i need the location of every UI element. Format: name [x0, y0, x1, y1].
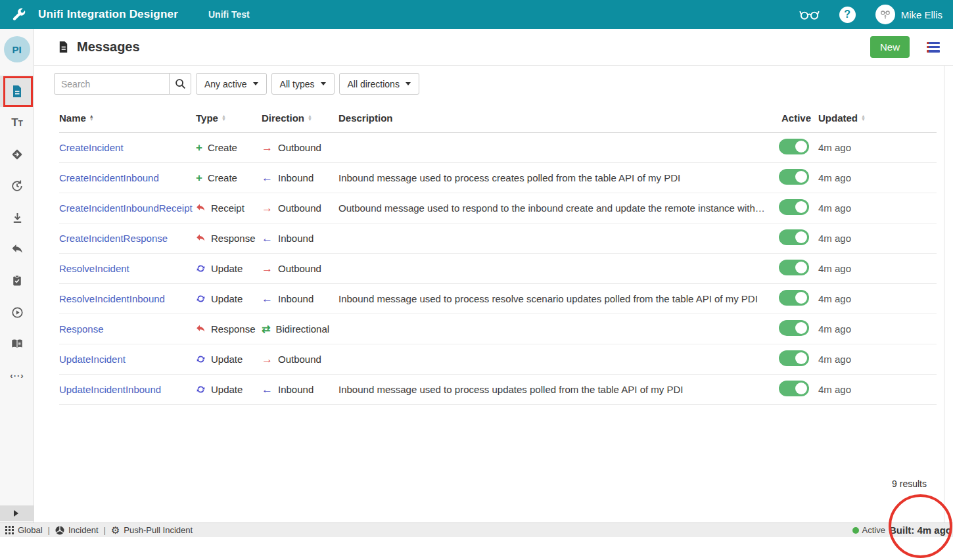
sidebar-item-download[interactable]	[0, 202, 34, 233]
table-row: UpdateIncident Update →Outbound 4m ago	[59, 344, 937, 375]
search-icon	[175, 78, 186, 89]
message-name-link[interactable]: UpdateIncidentInbound	[59, 384, 161, 395]
sidebar-item-messages[interactable]	[0, 76, 34, 107]
active-toggle[interactable]	[779, 260, 809, 275]
column-header-updated[interactable]: Updated ▲▼	[815, 112, 937, 124]
table-header-row: Name ▲▼ Type ▲▼ Direction ▲▼ Description…	[59, 103, 937, 133]
message-name-link[interactable]: CreateIncidentInboundReceipt	[59, 202, 193, 214]
environment-label[interactable]: Unifi Test	[208, 9, 250, 20]
document-icon	[57, 41, 70, 53]
arrows-bidirectional-icon: ⇄	[262, 324, 270, 335]
arrow-left-icon: ←	[262, 233, 273, 244]
direction-label: Bidirectional	[275, 323, 329, 335]
type-filter-dropdown[interactable]: All types	[271, 73, 335, 95]
help-icon[interactable]: ?	[839, 7, 856, 23]
sidebar-expand-button[interactable]	[0, 505, 34, 521]
status-bar: Global|Incident|⚙Push-Pull Incident Acti…	[0, 523, 953, 537]
direction-label: Inbound	[278, 293, 314, 304]
grid-icon	[5, 526, 14, 534]
breadcrumb-global[interactable]: Global	[5, 525, 43, 535]
gear-icon: ⚙	[111, 525, 120, 535]
column-header-direction[interactable]: Direction ▲▼	[262, 112, 338, 124]
type-label: Create	[208, 142, 237, 153]
sidebar-item-run[interactable]	[0, 296, 34, 328]
sort-asc-icon: ▲▼	[89, 114, 94, 121]
page-title: Messages	[77, 39, 140, 55]
sidebar-item-responses[interactable]	[0, 233, 34, 265]
sidebar-item-tasks[interactable]	[0, 265, 34, 296]
message-name-link[interactable]: UpdateIncident	[59, 354, 126, 365]
sort-icon: ▲▼	[308, 114, 312, 121]
column-header-name[interactable]: Name ▲▼	[59, 112, 196, 124]
arrow-left-icon: ←	[262, 293, 273, 304]
table-row: Response Response ⇄Bidirectional 4m ago	[59, 314, 937, 344]
description-text: Inbound message used to process creates …	[338, 172, 776, 183]
direction-label: Inbound	[278, 172, 314, 183]
integration-avatar[interactable]: PI	[4, 36, 30, 62]
breadcrumb-incident[interactable]: Incident	[55, 525, 99, 535]
sidebar: PI TT‹··›	[0, 29, 34, 523]
table-row: CreateIncident +Create →Outbound 4m ago	[59, 133, 937, 163]
updated-text: 4m ago	[815, 142, 937, 153]
active-toggle[interactable]	[779, 381, 809, 396]
type-label: Response	[211, 323, 256, 335]
chevron-down-icon	[253, 82, 258, 85]
text-format-icon: TT	[11, 116, 23, 129]
search-input[interactable]	[54, 73, 170, 95]
description-text: Outbound message used to respond to the …	[338, 202, 776, 214]
sidebar-item-history[interactable]	[0, 170, 34, 202]
arrow-right-icon: →	[262, 263, 273, 274]
column-header-active: Active	[776, 112, 815, 124]
updated-text: 4m ago	[815, 323, 937, 335]
direction-label: Inbound	[278, 233, 314, 244]
wrench-icon	[11, 7, 26, 22]
column-header-type[interactable]: Type ▲▼	[196, 112, 262, 124]
chevron-right-icon	[14, 510, 18, 517]
type-label: Receipt	[211, 202, 244, 214]
sort-icon: ▲▼	[861, 114, 866, 121]
updated-text: 4m ago	[815, 263, 937, 274]
active-toggle[interactable]	[779, 199, 809, 215]
play-circle-icon	[11, 306, 24, 319]
arrow-right-icon: →	[262, 202, 273, 214]
table-row: CreateIncidentInboundReceipt Receipt →Ou…	[59, 193, 937, 223]
chevron-down-icon	[406, 82, 411, 85]
updated-text: 4m ago	[815, 354, 937, 365]
new-button[interactable]: New	[870, 36, 910, 58]
type-label: Create	[208, 172, 237, 183]
menu-icon[interactable]	[927, 42, 940, 53]
active-toggle[interactable]	[779, 350, 809, 366]
message-name-link[interactable]: CreateIncidentInbound	[59, 172, 159, 183]
active-toggle[interactable]	[779, 290, 809, 306]
column-header-description: Description	[338, 112, 776, 124]
breadcrumb-push-pull-incident[interactable]: ⚙Push-Pull Incident	[111, 525, 193, 535]
active-toggle[interactable]	[779, 169, 809, 185]
direction-label: Outbound	[278, 202, 321, 214]
type-label: Update	[211, 354, 243, 365]
arrow-right-icon: →	[262, 354, 273, 365]
sort-icon: ▲▼	[221, 114, 226, 121]
chevron-down-icon	[321, 82, 326, 85]
sidebar-item-transform[interactable]	[0, 139, 34, 170]
messages-table: Name ▲▼ Type ▲▼ Direction ▲▼ Description…	[59, 103, 937, 405]
active-toggle[interactable]	[779, 139, 809, 154]
message-name-link[interactable]: ResolveIncidentInbound	[59, 293, 165, 304]
sidebar-item-fields[interactable]: TT	[0, 107, 34, 139]
message-name-link[interactable]: Response	[59, 323, 104, 335]
sidebar-item-documentation[interactable]	[0, 328, 34, 360]
active-filter-dropdown[interactable]: Any active	[196, 73, 267, 95]
refresh-icon	[196, 264, 206, 273]
search-button[interactable]	[169, 73, 191, 95]
direction-filter-dropdown[interactable]: All directions	[339, 73, 419, 95]
glasses-icon[interactable]	[799, 9, 820, 20]
message-name-link[interactable]: ResolveIncident	[59, 263, 129, 274]
active-toggle[interactable]	[779, 229, 809, 245]
document-icon	[11, 85, 24, 98]
message-name-link[interactable]: CreateIncidentResponse	[59, 233, 168, 244]
sidebar-item-code[interactable]: ‹··›	[0, 360, 34, 391]
user-name[interactable]: Mike Ellis	[901, 9, 942, 20]
user-avatar-icon[interactable]	[875, 5, 895, 24]
message-name-link[interactable]: CreateIncident	[59, 142, 124, 153]
updated-text: 4m ago	[815, 202, 937, 214]
active-toggle[interactable]	[779, 320, 809, 336]
